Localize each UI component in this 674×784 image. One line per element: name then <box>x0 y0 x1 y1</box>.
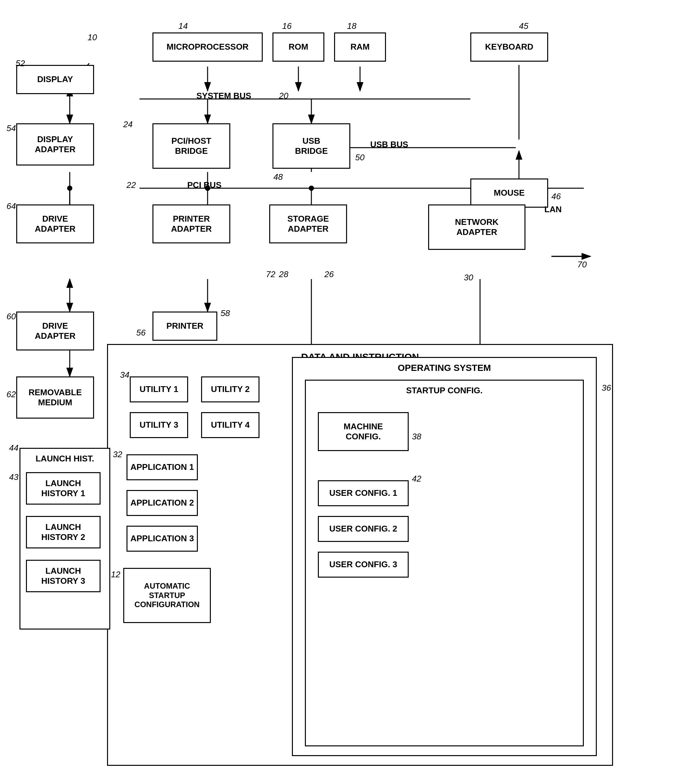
ref-56: 56 <box>136 328 146 338</box>
application3-box: APPLICATION 3 <box>126 526 198 552</box>
ref-18: 18 <box>347 21 356 31</box>
storage-adapter-box: STORAGEADAPTER <box>269 204 347 243</box>
ref-12: 12 <box>111 569 120 580</box>
launch-hist-outer-label: LAUNCH HIST. <box>20 454 109 464</box>
printer-adapter-box: PRINTERADAPTER <box>152 204 230 243</box>
ref-46: 46 <box>551 191 561 202</box>
svg-point-27 <box>309 186 314 191</box>
pci-host-bridge-box: PCI/HOSTBRIDGE <box>152 123 230 169</box>
ref-32: 32 <box>113 450 122 459</box>
ref-62: 62 <box>6 389 16 400</box>
ref-54: 54 <box>6 123 16 133</box>
utility2-box: UTILITY 2 <box>201 376 259 402</box>
ref-45: 45 <box>519 21 528 31</box>
ref-24: 24 <box>123 120 133 129</box>
user-config1-box: USER CONFIG. 1 <box>318 480 409 506</box>
launch-history2-box: LAUNCHHISTORY 2 <box>26 516 101 548</box>
ref-43: 43 <box>9 472 19 482</box>
printer-box: PRINTER <box>152 311 217 341</box>
system-bus-label: SYSTEM BUS <box>175 91 272 101</box>
application2-box: APPLICATION 2 <box>126 490 198 516</box>
utility1-box: UTILITY 1 <box>130 376 188 402</box>
ref-72: 72 <box>266 269 275 279</box>
rom-box: ROM <box>272 33 325 62</box>
ref-64: 64 <box>6 201 16 211</box>
display-adapter-box: DISPLAYADAPTER <box>16 123 94 165</box>
ref-26: 26 <box>325 269 334 279</box>
drive-adapter2-box: DRIVEADAPTER <box>16 311 94 350</box>
ref-58: 58 <box>221 308 230 318</box>
ref-60: 60 <box>6 311 16 322</box>
ref-28: 28 <box>279 269 288 279</box>
microprocessor-box: MICROPROCESSOR <box>152 33 263 62</box>
startup-config-label: STARTUP CONFIG. <box>306 386 583 395</box>
utility4-box: UTILITY 4 <box>201 412 259 438</box>
lan-label: LAN <box>532 204 574 215</box>
ref-50: 50 <box>355 152 365 163</box>
display-box: DISPLAY <box>16 65 94 94</box>
ref-10: 10 <box>88 33 97 42</box>
application1-box: APPLICATION 1 <box>126 454 198 480</box>
ref-52: 52 <box>16 58 25 68</box>
svg-point-17 <box>67 186 72 191</box>
user-config3-box: USER CONFIG. 3 <box>318 552 409 578</box>
usb-bridge-box: USBBRIDGE <box>272 123 350 169</box>
ref-20: 20 <box>279 91 288 101</box>
ref-22: 22 <box>126 180 136 190</box>
ref-16: 16 <box>282 21 292 31</box>
ref-34: 34 <box>120 370 129 380</box>
usb-bus-label: USB BUS <box>357 140 422 149</box>
ref-30: 30 <box>464 272 473 283</box>
launch-history3-box: LAUNCHHISTORY 3 <box>26 560 101 592</box>
ram-box: RAM <box>334 33 386 62</box>
user-config2-box: USER CONFIG. 2 <box>318 516 409 542</box>
drive-adapter1-box: DRIVEADAPTER <box>16 204 94 243</box>
diagram: 10 DISPLAY 52 DISPLAYADAPTER 54 MICROPRO… <box>0 0 674 784</box>
ref-36: 36 <box>602 383 611 393</box>
removable-medium-box: REMOVABLEMEDIUM <box>16 376 94 418</box>
machine-config-box: MACHINECONFIG. <box>318 412 409 451</box>
keyboard-box: KEYBOARD <box>470 33 548 62</box>
ref-42: 42 <box>412 474 421 484</box>
automatic-startup-box: AUTOMATICSTARTUPCONFIGURATION <box>123 568 211 623</box>
network-adapter-box: NETWORKADAPTER <box>428 204 525 250</box>
mouse-box: MOUSE <box>470 179 548 208</box>
ref-44: 44 <box>9 443 19 453</box>
ref-48: 48 <box>273 172 283 182</box>
operating-system-label: OPERATING SYSTEM <box>293 363 596 373</box>
utility3-box: UTILITY 3 <box>130 412 188 438</box>
pci-bus-label: PCI BUS <box>172 180 237 190</box>
ref-38: 38 <box>412 432 421 442</box>
ref-14: 14 <box>179 21 188 31</box>
launch-history1-box: LAUNCHHISTORY 1 <box>26 472 101 505</box>
ref-70: 70 <box>577 260 587 270</box>
